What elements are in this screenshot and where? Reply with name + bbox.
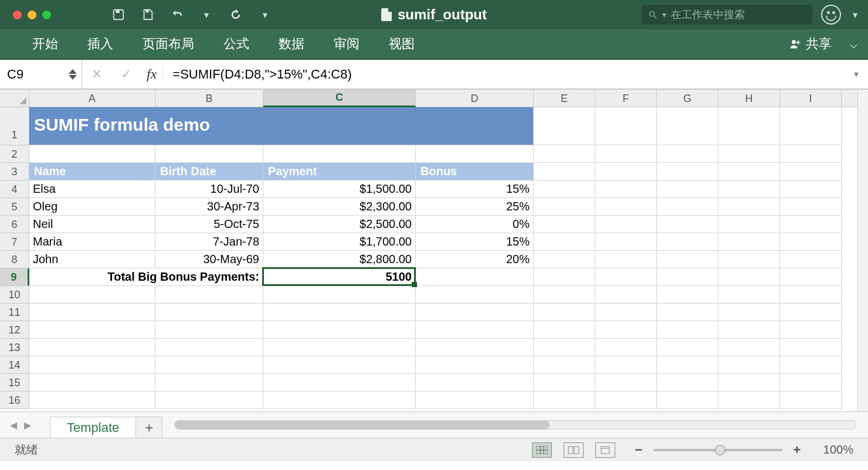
cell[interactable] [718,321,780,339]
share-button[interactable]: 共享 [789,35,832,53]
formula-bar-expand-icon[interactable]: ▾ [845,69,868,80]
cell[interactable] [155,286,263,304]
cell[interactable] [718,107,780,145]
cell[interactable] [657,339,718,356]
cell[interactable] [780,145,842,163]
row-header-3[interactable]: 3 [0,163,29,180]
cell[interactable]: Oleg [29,198,155,216]
sheet-tab-template[interactable]: Template [50,417,136,438]
cell[interactable]: Name [29,163,155,180]
cell[interactable] [155,356,263,374]
row-header-5[interactable]: 5 [0,198,29,216]
column-header-F[interactable]: F [595,90,657,107]
cell[interactable] [595,374,657,391]
cell[interactable] [416,321,534,339]
cell[interactable] [657,163,718,180]
cell[interactable] [780,216,842,233]
cell[interactable] [155,145,263,163]
cell[interactable] [534,216,595,233]
cell[interactable] [718,216,780,233]
normal-view-button[interactable] [532,442,552,458]
cell[interactable]: 30-May-69 [155,251,263,268]
cell[interactable] [595,233,657,251]
formula-input[interactable]: =SUMIF(D4:D8,">15%",C4:C8) [169,67,845,82]
cell[interactable] [534,198,595,216]
cell[interactable] [155,391,263,409]
cell[interactable] [416,339,534,356]
cell[interactable] [595,145,657,163]
cell[interactable] [718,304,780,321]
cell[interactable] [29,145,155,163]
cell[interactable] [534,145,595,163]
ribbon-tab-2[interactable]: 页面布局 [128,29,209,59]
cell[interactable]: 5-Oct-75 [155,216,263,233]
column-header-B[interactable]: B [155,90,263,107]
row-header-16[interactable]: 16 [0,391,29,409]
cell[interactable]: 0% [416,216,534,233]
cell[interactable] [780,107,842,145]
cell[interactable] [29,321,155,339]
row-header-13[interactable]: 13 [0,339,29,356]
cell[interactable] [657,251,718,268]
name-box[interactable]: C9 [0,60,82,88]
cell[interactable] [595,391,657,409]
ribbon-tab-5[interactable]: 审阅 [319,29,374,59]
column-header-D[interactable]: D [416,90,534,107]
cell[interactable] [155,321,263,339]
cell[interactable] [29,356,155,374]
row-header-4[interactable]: 4 [0,180,29,198]
undo-icon[interactable] [162,0,192,29]
cell[interactable] [718,251,780,268]
cell[interactable] [263,391,416,409]
cell[interactable] [718,286,780,304]
cell[interactable] [534,268,595,286]
feedback-icon[interactable] [821,5,841,25]
cell[interactable]: Bonus [416,163,534,180]
cell[interactable] [595,321,657,339]
cell[interactable]: 15% [416,233,534,251]
cell[interactable] [780,321,842,339]
column-header-H[interactable]: H [718,90,780,107]
cell[interactable] [155,304,263,321]
feedback-dropdown-icon[interactable]: ▾ [853,9,857,21]
cell[interactable]: 15% [416,180,534,198]
cell[interactable] [780,251,842,268]
fx-icon[interactable]: fx [141,66,163,82]
cell[interactable] [718,374,780,391]
cell[interactable] [595,268,657,286]
zoom-in-button[interactable]: + [791,442,803,458]
cell[interactable] [263,286,416,304]
row-header-2[interactable]: 2 [0,145,29,163]
cell[interactable] [657,198,718,216]
cell[interactable] [718,145,780,163]
cell[interactable] [657,391,718,409]
cell[interactable] [657,145,718,163]
cell[interactable]: 7-Jan-78 [155,233,263,251]
total-label-cell[interactable]: Total Big Bonus Payments: [29,268,263,286]
cell[interactable] [595,304,657,321]
cell[interactable]: $1,700.00 [263,233,416,251]
cell[interactable] [780,180,842,198]
close-window-button[interactable] [13,11,22,19]
cell[interactable] [416,374,534,391]
row-header-10[interactable]: 10 [0,286,29,304]
cell[interactable]: $2,500.00 [263,216,416,233]
undo-dropdown-icon[interactable]: ▾ [192,0,221,29]
minimize-window-button[interactable] [28,11,36,19]
cell[interactable] [534,180,595,198]
cell[interactable] [155,339,263,356]
cells-area[interactable]: SUMIF formula demoNameBirth DatePaymentB… [29,107,868,409]
select-all-corner[interactable] [0,90,29,107]
cell[interactable] [534,233,595,251]
column-header-I[interactable]: I [780,90,842,107]
cell[interactable] [416,268,534,286]
cell[interactable] [657,374,718,391]
cell[interactable]: Payment [263,163,416,180]
cell[interactable] [534,163,595,180]
cell[interactable] [657,107,718,145]
add-sheet-button[interactable]: + [136,417,162,438]
cell[interactable] [595,339,657,356]
save-icon[interactable] [133,0,162,29]
cell[interactable] [780,268,842,286]
vertical-scrollbar[interactable] [857,90,868,411]
